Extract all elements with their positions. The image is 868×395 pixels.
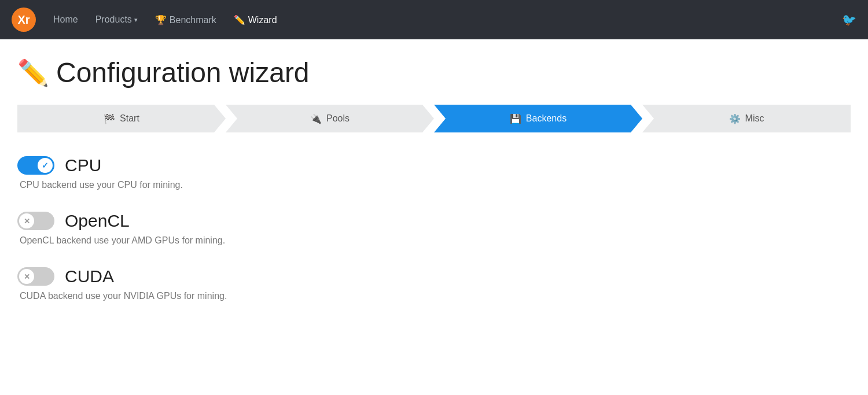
wizard-steps: 🏁 Start 🔌 Pools 💾 Backends ⚙️ Misc [17, 105, 851, 132]
cpu-description: CPU backend use your CPU for mining. [20, 180, 851, 190]
page-title-container: ✏️ Configuration wizard [17, 57, 851, 88]
cuda-toggle-thumb: ✕ [19, 269, 34, 284]
cuda-toggle[interactable]: ✕ [17, 267, 54, 286]
start-icon: 🏁 [104, 113, 115, 124]
opencl-description: OpenCL backend use your AMD GPUs for min… [20, 235, 851, 246]
page-title: Configuration wizard [56, 57, 310, 88]
step-backends-label: Backends [526, 113, 567, 124]
page-content: ✏️ Configuration wizard 🏁 Start 🔌 Pools … [0, 39, 868, 339]
backend-cpu: ✓ CPU CPU backend use your CPU for minin… [17, 156, 851, 190]
step-start[interactable]: 🏁 Start [17, 105, 226, 132]
nav-products[interactable]: Products ▾ [90, 11, 144, 28]
pools-icon: 🔌 [310, 113, 322, 124]
cuda-toggle-track: ✕ [17, 267, 54, 286]
misc-icon: ⚙️ [729, 113, 741, 124]
cpu-toggle-check-icon: ✓ [42, 161, 49, 170]
benchmark-icon: 🏆 [155, 15, 167, 25]
twitter-icon[interactable]: 🐦 [842, 13, 856, 27]
backends-icon: 💾 [510, 113, 521, 124]
opencl-toggle-thumb: ✕ [19, 213, 34, 228]
nav-benchmark[interactable]: 🏆Benchmark [149, 11, 222, 29]
nav-wizard[interactable]: ✏️Wizard [228, 11, 283, 29]
nav-home[interactable]: Home [47, 11, 84, 28]
backend-cuda: ✕ CUDA CUDA backend use your NVIDIA GPUs… [17, 267, 851, 301]
opencl-toggle-track: ✕ [17, 212, 54, 230]
cpu-label: CPU [65, 156, 101, 175]
backend-cpu-header: ✓ CPU [17, 156, 851, 175]
backend-cuda-header: ✕ CUDA [17, 267, 851, 286]
nav-products-label: Products [95, 14, 132, 25]
opencl-label: OpenCL [65, 211, 130, 231]
backend-opencl: ✕ OpenCL OpenCL backend use your AMD GPU… [17, 211, 851, 246]
step-pools[interactable]: 🔌 Pools [226, 105, 434, 132]
dropdown-caret-icon: ▾ [134, 16, 138, 24]
opencl-toggle[interactable]: ✕ [17, 212, 54, 230]
navbar: Xr Home Products ▾ 🏆Benchmark ✏️Wizard 🐦 [0, 0, 868, 39]
step-misc[interactable]: ⚙️ Misc [642, 105, 851, 132]
step-misc-label: Misc [745, 113, 764, 124]
cuda-label: CUDA [65, 267, 114, 286]
wizard-title-icon: ✏️ [17, 60, 49, 86]
backend-opencl-header: ✕ OpenCL [17, 211, 851, 231]
step-start-label: Start [120, 113, 139, 124]
logo[interactable]: Xr [12, 8, 36, 32]
cpu-toggle-track: ✓ [17, 156, 54, 175]
step-pools-label: Pools [326, 113, 350, 124]
wizard-icon: ✏️ [234, 15, 245, 25]
cuda-toggle-x-icon: ✕ [24, 272, 30, 281]
cpu-toggle[interactable]: ✓ [17, 156, 54, 175]
cpu-toggle-thumb: ✓ [38, 158, 53, 173]
step-backends[interactable]: 💾 Backends [434, 105, 642, 132]
cuda-description: CUDA backend use your NVIDIA GPUs for mi… [20, 291, 851, 301]
opencl-toggle-x-icon: ✕ [24, 217, 30, 226]
